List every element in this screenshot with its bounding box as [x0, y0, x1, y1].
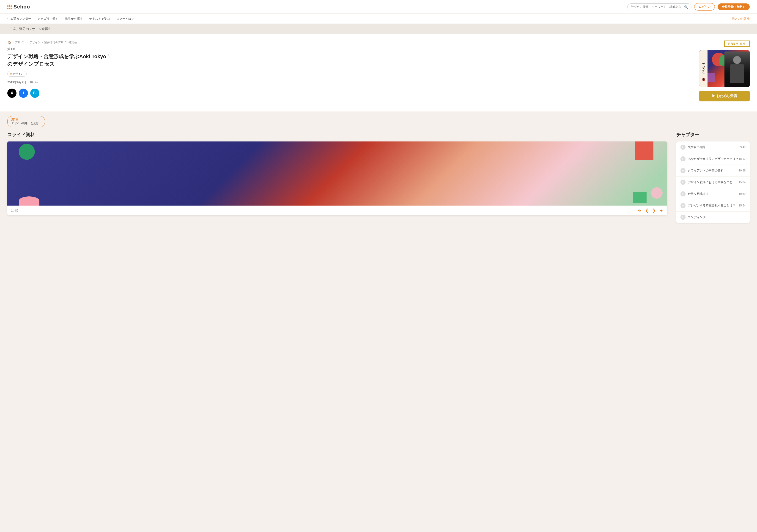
favorite-button[interactable]: ♡ — [108, 53, 112, 59]
chapter-item-5-left: ▶ プレゼンする時重要視することは？ — [681, 203, 736, 208]
content-right: PREMIUM デザイン 逆 再生 — [699, 41, 750, 102]
content-left: 🏠 › デザイン › デザイン › 室井淳司のデザイン逆再生 第1回 デザイン戦… — [7, 41, 685, 102]
slide-viewer: ▶▶ デザイン 逆 再生 １つのデザインを３つのプロセスに 分解し、「逆再生・リ… — [7, 141, 667, 215]
slide-shape-5 — [633, 192, 647, 203]
chapter-item-6-left: ▶ エンディング — [681, 215, 706, 220]
chapter-item-0[interactable]: ▶ 先生自己紹介 09:49 — [676, 141, 750, 153]
breadcrumb-home[interactable]: 🏠 — [7, 41, 11, 44]
chapter-item-1-left: ▶ あなたが考える良いデザイナーとは？ — [681, 156, 739, 161]
chapter-item-1[interactable]: ▶ あなたが考える良いデザイナーとは？ 18:12 — [676, 153, 750, 165]
chapter-item-6[interactable]: ▶ エンディング — [676, 211, 750, 223]
thumb-title-vertical: デザイン — [702, 61, 705, 74]
chapter-play-icon-2: ▶ — [681, 168, 685, 173]
trial-button[interactable]: ▶ おためし受講 — [699, 91, 750, 101]
logo-dot-9 — [11, 8, 12, 9]
logo-dot-5 — [9, 6, 10, 7]
chapter-play-icon-5: ▶ — [681, 203, 685, 208]
tab-pill-number: 第1回 — [11, 118, 41, 122]
chapter-play-icon-4: ▶ — [681, 191, 685, 196]
slide-shape-3 — [651, 187, 663, 199]
slide-shape-2 — [635, 141, 653, 160]
chapter-play-icon-3: ▶ — [681, 180, 685, 185]
back-arrow-icon: 〈 — [7, 27, 11, 31]
logo-dot-3 — [11, 5, 12, 6]
slide-page-separator: / — [14, 209, 15, 212]
back-text[interactable]: 室井淳司のデザイン逆再生 — [13, 27, 51, 31]
breadcrumb-course[interactable]: 室井淳司のデザイン逆再生 — [44, 41, 77, 44]
lesson-date: 2019年9月2日 — [7, 81, 26, 84]
chapter-name-2: クライアントの事業の分析 — [688, 168, 724, 173]
nav-item-about[interactable]: スクーとは？ — [116, 17, 134, 21]
logo-text[interactable]: Schoo — [14, 4, 30, 10]
slide-chapter-section: スライド資料 ▶▶ デザイン 逆 再生 — [0, 132, 757, 232]
chapter-time-1: 18:12 — [739, 157, 745, 160]
chapter-section: チャプター ▶ 先生自己紹介 09:49 ▶ あなたが考える良いデザイナーとは？… — [676, 132, 750, 223]
slide-page-current: 1 — [11, 209, 13, 212]
logo-dot-7 — [7, 8, 9, 9]
slide-controls: 1 / 85 ⏮ ❮ ❯ ⏭ — [7, 206, 667, 215]
share-x-button[interactable]: X — [7, 89, 16, 98]
logo-dot-2 — [9, 5, 10, 6]
lesson-title: デザイン戦略・合意形成を学ぶAoki Tokyoのデザインプロセス — [7, 53, 106, 68]
slide-first-button[interactable]: ⏮ — [637, 208, 642, 213]
tag-badge[interactable]: デザイン — [7, 71, 27, 77]
chapter-list: ▶ 先生自己紹介 09:49 ▶ あなたが考える良いデザイナーとは？ 18:12… — [676, 141, 750, 223]
nav-item-teacher[interactable]: 先生から探す — [65, 17, 83, 21]
breadcrumb-design1[interactable]: デザイン — [15, 41, 26, 44]
logo-icon: Schoo — [7, 4, 30, 10]
slide-bg — [7, 141, 667, 206]
chapter-item-3-left: ▶ デザイン戦略における重要なこと — [681, 180, 733, 185]
slide-page-indicator: 1 / 85 — [11, 209, 18, 212]
search-input[interactable] — [631, 5, 682, 9]
nav-item-text[interactable]: テキストで学ぶ — [89, 17, 110, 21]
header-right: 🔍 ログイン 会員登録（無料） — [627, 3, 750, 11]
person-silhouette — [724, 51, 750, 87]
chapter-name-4: 合意を形成する — [688, 192, 709, 196]
nav-item-category[interactable]: カテゴリで探す — [38, 17, 58, 21]
chapter-item-4-left: ▶ 合意を形成する — [681, 191, 709, 196]
nav-item-broadcast[interactable]: 生放送カレンダー — [7, 17, 31, 21]
slide-prev-button[interactable]: ❮ — [645, 208, 649, 213]
share-hatena-button[interactable]: B! — [30, 89, 40, 98]
search-icon: 🔍 — [684, 5, 688, 9]
slide-shape-1 — [19, 144, 35, 160]
logo-grid-icon — [7, 5, 12, 9]
chapter-item-0-left: ▶ 先生自己紹介 — [681, 145, 706, 150]
chapter-play-icon-6: ▶ — [681, 215, 685, 220]
chapter-item-5[interactable]: ▶ プレゼンする時重要視することは？ 15:54 — [676, 200, 750, 211]
tab-pill-0[interactable]: 第1回 デザイン戦略・合意形... — [7, 116, 45, 127]
chapter-name-5: プレゼンする時重要視することは？ — [688, 204, 736, 208]
tab-pill-text: デザイン戦略・合意形... — [11, 122, 41, 125]
chapter-item-2[interactable]: ▶ クライアントの事業の分析 10:29 — [676, 165, 750, 177]
person-head — [733, 56, 741, 64]
slide-next-button[interactable]: ❯ — [652, 208, 656, 213]
logo-dot-8 — [9, 8, 10, 9]
share-facebook-button[interactable]: f — [19, 89, 28, 98]
slide-section-title: スライド資料 — [7, 132, 667, 138]
episode-label: 第1回 — [7, 47, 685, 51]
breadcrumb-design2[interactable]: デザイン — [30, 41, 41, 44]
chapter-name-1: あなたが考える良いデザイナーとは？ — [688, 157, 739, 161]
chapter-time-5: 15:54 — [739, 204, 745, 207]
chapter-name-6: エンディング — [688, 215, 706, 219]
chapter-name-3: デザイン戦略における重要なこと — [688, 180, 733, 184]
logo-dot-1 — [7, 5, 9, 6]
breadcrumb: 🏠 › デザイン › デザイン › 室井淳司のデザイン逆再生 — [7, 41, 685, 44]
social-buttons: X f B! — [7, 89, 685, 98]
slide-nav-buttons: ⏮ ❮ ❯ ⏭ — [637, 208, 663, 213]
tag-label: デザイン — [13, 72, 24, 76]
logo-dot-4 — [7, 6, 9, 7]
register-button[interactable]: 会員登録（無料） — [717, 3, 750, 10]
chapter-time-2: 10:29 — [739, 169, 745, 172]
slide-last-button[interactable]: ⏭ — [659, 208, 663, 213]
corporate-link[interactable]: 法人のお客様 — [732, 17, 750, 21]
thumb-replay-text: 再生 — [702, 76, 705, 77]
chapter-item-3[interactable]: ▶ デザイン戦略における重要なこと 15:04 — [676, 177, 750, 188]
chapter-time-0: 09:49 — [739, 146, 745, 149]
search-box[interactable]: 🔍 — [627, 3, 691, 10]
login-button[interactable]: ログイン — [694, 3, 715, 11]
chapter-item-4[interactable]: ▶ 合意を形成する 10:59 — [676, 188, 750, 200]
chapter-play-icon-1: ▶ — [681, 156, 685, 161]
header: Schoo 🔍 ログイン 会員登録（無料） — [0, 0, 757, 14]
premium-badge: PREMIUM — [724, 41, 750, 47]
